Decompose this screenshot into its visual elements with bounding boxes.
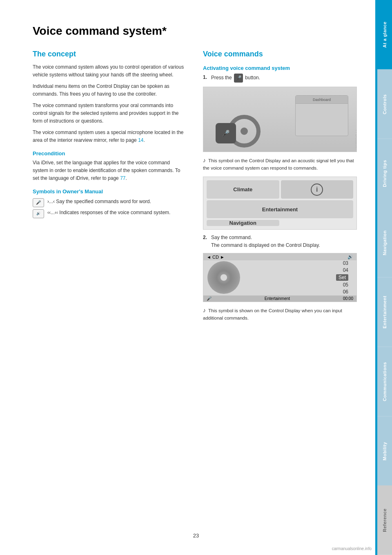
main-content: Voice command system* The concept The vo… <box>0 0 377 555</box>
voice-commands-heading: Voice commands <box>203 50 357 58</box>
tab-bar: At a glance Controls Driving tips Naviga… <box>377 0 392 555</box>
step-2-text: Say the command. The command is displaye… <box>211 234 320 249</box>
tab-driving-tips[interactable]: Driving tips <box>377 139 392 208</box>
activating-heading: Activating voice command system <box>203 65 357 71</box>
tab-mobility[interactable]: Mobility <box>377 416 392 486</box>
cd-footer: 🎤 Entertainment 00:00 <box>203 295 356 302</box>
concept-para-3: The voice command system transforms your… <box>33 102 187 125</box>
concept-heading: The concept <box>33 50 187 58</box>
image-watermark-3: OT-L04HA <box>356 286 357 301</box>
page-number: 23 <box>193 533 199 539</box>
step-2-number: 2. <box>203 234 209 249</box>
climate-cell-navigation: Navigation <box>207 220 279 226</box>
cd-track-05: 05 <box>343 282 348 288</box>
image-watermark-2: E7H6A186A <box>356 210 357 228</box>
cd-entertainment-image: ◄ CD ► 🔊 03 04 Set 05 06 <box>203 253 357 302</box>
voice-button-indicator: 🎤 <box>216 123 236 143</box>
cd-header: ◄ CD ► 🔊 <box>203 253 356 260</box>
concept-para-2: Individual menu items on the Control Dis… <box>33 83 187 98</box>
voice-button-icon: 🎤 <box>234 74 243 83</box>
climate-cell-info: i <box>281 180 354 199</box>
tab-entertainment[interactable]: Entertainment <box>377 278 392 347</box>
cd-track-icon: 🎤 <box>207 296 212 301</box>
cd-illustration: ◄ CD ► 🔊 03 04 Set 05 06 <box>203 253 356 302</box>
steps-list-2: 2. Say the command. The command is displ… <box>203 234 357 249</box>
steering-illustration: Dashboard 🎤 <box>203 87 356 152</box>
step-2: 2. Say the command. The command is displ… <box>203 234 357 249</box>
tab-controls[interactable]: Controls <box>377 69 392 139</box>
voice-command-icon: 🎤 <box>33 198 44 207</box>
climate-cell-climate: Climate <box>207 180 279 199</box>
image-watermark-1: PPD-U86R4Y <box>355 130 357 150</box>
concept-para-4: The voice command system uses a special … <box>33 129 187 144</box>
symbol-list-item-1: 🎤 ›...‹ Say the specified commands word … <box>33 198 187 207</box>
cd-track-info: 03 04 Set 05 06 <box>240 260 352 295</box>
symbol-list-item-2: 🔊 ‹‹...‹‹ Indicates responses of the voi… <box>33 209 187 218</box>
precondition-text: Via iDrive, set the language that applie… <box>33 159 187 182</box>
right-column: Voice commands Activating voice command … <box>203 50 357 327</box>
steering-wheel-image: Dashboard 🎤 <box>203 87 357 152</box>
voice-response-icon: 🔊 <box>33 209 44 218</box>
tab-communications[interactable]: Communications <box>377 347 392 416</box>
caption-1-icon: ♪ <box>203 157 206 163</box>
page-title: Voice command system* <box>33 25 357 38</box>
tab-reference[interactable]: Reference <box>377 486 392 555</box>
step-1-number: 1. <box>203 74 209 83</box>
cd-set: Set <box>336 274 348 281</box>
climate-navigation-image: Climate i Navigation Entertainment ♪ E7H… <box>203 177 357 230</box>
bottom-watermark: carmanualsonline.info <box>332 546 372 551</box>
tab-navigation[interactable]: Navigation <box>377 208 392 278</box>
cd-header-left: ◄ CD ► <box>207 255 225 260</box>
caption-1: ♪ This symbol on the Control Display and… <box>203 156 357 172</box>
precondition-heading: Precondition <box>33 150 187 157</box>
cd-track-04: 04 <box>343 267 348 273</box>
page-77-link[interactable]: 77 <box>120 175 125 181</box>
cd-track-03: 03 <box>343 260 348 266</box>
page-14-link[interactable]: 14 <box>138 137 143 143</box>
cd-track-06: 06 <box>343 289 348 295</box>
concept-para-1: The voice command system allows you to c… <box>33 63 187 78</box>
cd-footer-label: Entertainment <box>265 296 290 301</box>
cd-header-right: 🔊 <box>347 254 353 260</box>
climate-cell-entertainment: Entertainment <box>207 200 353 219</box>
symbol-text-1: ›...‹ Say the specified commands word fo… <box>47 198 151 206</box>
caption-2: ♪ This symbol is shown on the Control Di… <box>203 306 357 322</box>
symbol-list: 🎤 ›...‹ Say the specified commands word … <box>33 198 187 218</box>
cd-disc <box>207 261 240 294</box>
step-1-text: Press the 🎤 button. <box>211 74 260 83</box>
cd-time: 00:00 <box>343 296 353 301</box>
climate-illustration: Climate i Navigation Entertainment ♪ E7H… <box>203 177 356 229</box>
tab-at-a-glance[interactable]: At a glance <box>377 0 392 69</box>
symbol-text-2: ‹‹...‹‹ Indicates responses of the voice… <box>47 209 170 217</box>
steps-list: 1. Press the 🎤 button. <box>203 74 357 83</box>
left-column: The concept The voice command system all… <box>33 50 187 327</box>
caption-2-icon: ♪ <box>203 307 206 313</box>
two-column-layout: The concept The voice command system all… <box>33 50 357 327</box>
symbols-heading: Symbols in Owner's Manual <box>33 188 187 195</box>
step-1: 1. Press the 🎤 button. <box>203 74 357 83</box>
